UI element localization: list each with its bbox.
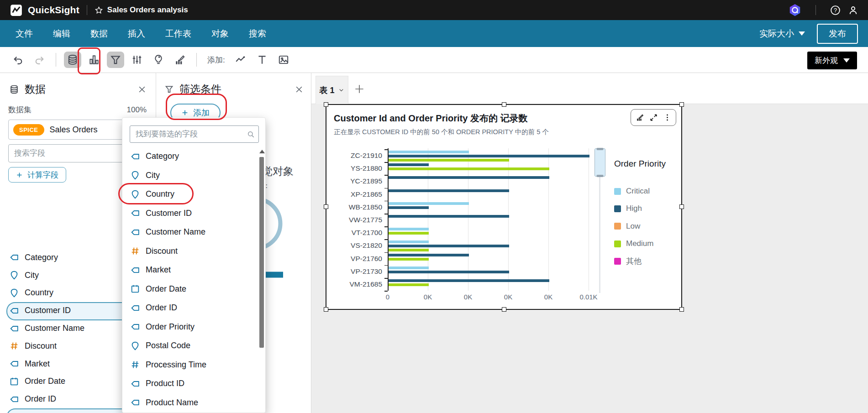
dropdown-item-order-priority[interactable]: Order Priority xyxy=(122,318,259,337)
line-chart-icon[interactable] xyxy=(232,52,249,68)
scrollbar-grip[interactable] xyxy=(597,175,604,177)
bar-vt-21700-medium[interactable] xyxy=(389,232,429,235)
menu-item--[interactable]: 编辑 xyxy=(53,28,70,40)
menu-item--[interactable]: 搜索 xyxy=(249,28,266,40)
bar-vs-21820-critical[interactable] xyxy=(389,240,429,243)
resize-handle[interactable] xyxy=(324,307,328,312)
maximize-icon[interactable] xyxy=(647,112,659,124)
bar-ys-21880-medium[interactable] xyxy=(389,167,549,170)
menu-item--[interactable]: 数据 xyxy=(90,28,108,40)
help-icon[interactable]: ? xyxy=(830,5,841,16)
dropdown-item-discount[interactable]: Discount xyxy=(122,242,259,261)
sheet-tab[interactable]: 表 1 xyxy=(316,76,348,104)
resize-handle[interactable] xyxy=(679,102,684,107)
bar-zc-21910-critical[interactable] xyxy=(389,151,469,153)
resize-handle[interactable] xyxy=(324,204,328,209)
legend-item-high[interactable]: High xyxy=(614,200,683,217)
image-icon[interactable] xyxy=(275,52,292,68)
bar-vw-21775-high[interactable] xyxy=(389,215,509,218)
chart-scrollbar-thumb[interactable] xyxy=(594,148,605,177)
dropdown-item-customer-id[interactable]: Customer ID xyxy=(122,204,259,223)
q-assistant-badge-icon[interactable] xyxy=(788,3,802,17)
bar-vp-21760-high[interactable] xyxy=(389,254,469,256)
chevron-down-icon xyxy=(799,31,805,36)
visual-types-icon[interactable] xyxy=(85,52,103,68)
scrollbar-grip[interactable] xyxy=(597,148,604,150)
resize-handle[interactable] xyxy=(502,307,506,312)
bar-vs-21820-high[interactable] xyxy=(389,245,509,247)
dropdown-item-postal-code[interactable]: Postal Code xyxy=(122,336,259,355)
dropdown-item-product-id[interactable]: Product ID xyxy=(122,374,259,393)
legend-item-critical[interactable]: Critical xyxy=(614,183,683,200)
user-account-icon[interactable] xyxy=(847,5,859,16)
dropdown-search-input[interactable] xyxy=(130,125,259,143)
close-icon[interactable] xyxy=(295,85,304,94)
dropdown-item-label: Product Name xyxy=(146,398,198,408)
parameters-icon[interactable] xyxy=(128,52,146,68)
resize-handle[interactable] xyxy=(324,102,328,107)
text-icon[interactable] xyxy=(253,52,271,68)
dimension-field-icon xyxy=(130,208,140,218)
undo-icon[interactable] xyxy=(9,52,26,68)
dropdown-item-label: Order Date xyxy=(146,284,186,294)
bar-vp-21730-critical[interactable] xyxy=(389,267,429,269)
topbar-divider xyxy=(87,5,87,15)
dropdown-item-customer-name[interactable]: Customer Name xyxy=(122,223,259,242)
bar-vp-21730-high[interactable] xyxy=(389,271,509,273)
dimension-field-icon xyxy=(130,265,140,275)
bar-wb-21850-high[interactable] xyxy=(389,206,429,209)
view-size-select[interactable]: 实际大小 xyxy=(759,28,805,40)
close-icon[interactable] xyxy=(137,85,147,94)
edit-visual-icon[interactable] xyxy=(171,52,189,68)
dropdown-item-market[interactable]: Market xyxy=(122,261,259,280)
menu-item--[interactable]: 工作表 xyxy=(165,28,191,40)
resize-handle[interactable] xyxy=(502,102,506,107)
bar-vm-21685-medium[interactable] xyxy=(389,283,429,286)
bar-ys-21880-high[interactable] xyxy=(389,163,429,166)
favorite-star-icon[interactable] xyxy=(95,6,103,15)
bar-xp-21865-high[interactable] xyxy=(389,189,509,192)
dropdown-scrollbar[interactable] xyxy=(259,157,264,348)
menu-item--[interactable]: 插入 xyxy=(128,28,145,40)
dropdown-item-product-name[interactable]: Product Name xyxy=(122,393,259,413)
resize-handle[interactable] xyxy=(679,307,684,312)
kebab-menu-icon[interactable] xyxy=(661,112,673,124)
add-sheet-button[interactable] xyxy=(353,81,369,97)
scroll-up-icon[interactable] xyxy=(259,150,265,153)
dropdown-item-order-id[interactable]: Order ID xyxy=(122,298,259,318)
legend-item--[interactable]: 其他 xyxy=(614,252,683,270)
resize-handle[interactable] xyxy=(679,204,684,209)
add-filter-label: 添加 xyxy=(193,107,210,118)
dropdown-item-city[interactable]: City xyxy=(122,166,259,185)
bar-vs-21820-medium[interactable] xyxy=(389,249,429,251)
dimension-field-icon xyxy=(130,227,140,237)
publish-button[interactable]: 发布 xyxy=(817,24,858,44)
legend-item-low[interactable]: Low xyxy=(614,218,683,235)
dropdown-item-order-date[interactable]: Order Date xyxy=(122,280,259,299)
dropdown-item-processing-time[interactable]: Processing Time xyxy=(122,355,259,375)
menu-item--[interactable]: 对象 xyxy=(211,28,229,40)
bar-zc-21910-high[interactable] xyxy=(389,155,589,157)
dropdown-item-category[interactable]: Category xyxy=(122,147,259,166)
legend-label: Low xyxy=(626,222,640,231)
bar-vp-21760-medium[interactable] xyxy=(389,258,429,261)
menu-item--[interactable]: 文件 xyxy=(16,28,33,40)
redo-icon[interactable] xyxy=(31,52,48,68)
dataset-icon[interactable] xyxy=(64,52,81,68)
insights-icon[interactable] xyxy=(150,52,167,68)
y-axis-label: YS-21880 xyxy=(326,162,382,175)
legend-item-medium[interactable]: Medium xyxy=(614,235,683,252)
bar-wb-21850-critical[interactable] xyxy=(389,202,469,205)
bar-vm-21685-high[interactable] xyxy=(389,279,549,282)
new-look-button[interactable]: 新外观 xyxy=(807,52,857,69)
dropdown-item-country[interactable]: Country xyxy=(122,185,259,204)
geo-field-icon xyxy=(9,288,19,298)
visual-widget[interactable]: Customer Id and Order Priority 发布的 记录数 正… xyxy=(326,104,682,310)
dimension-field-icon xyxy=(130,322,140,332)
bar-yc-21895-high[interactable] xyxy=(389,176,549,179)
bar-vt-21700-critical[interactable] xyxy=(389,228,429,230)
bar-zc-21910-medium[interactable] xyxy=(389,159,509,162)
edit-visual-icon[interactable] xyxy=(634,112,646,124)
add-calculated-field-button[interactable]: 计算字段 xyxy=(8,167,66,183)
filter-icon[interactable] xyxy=(107,52,124,68)
